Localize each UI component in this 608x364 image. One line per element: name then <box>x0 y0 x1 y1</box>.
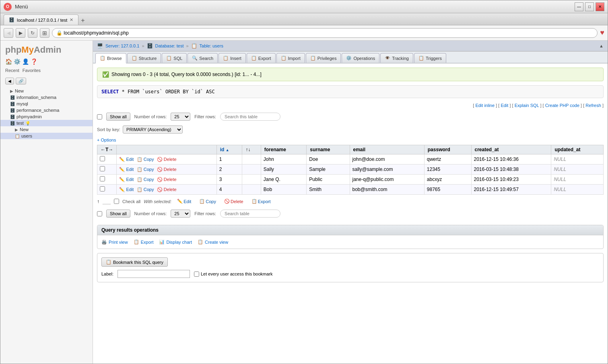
row-delete-button[interactable]: 🚫 Delete <box>157 187 177 192</box>
home-icon[interactable]: 🏠 <box>5 58 12 65</box>
bookmark-checkbox-label[interactable]: Let every user access this bookmark <box>194 271 273 277</box>
options-link[interactable]: + Options <box>97 137 604 145</box>
filter-input-top[interactable] <box>220 113 280 121</box>
row-copy-button[interactable]: 📋 Copy <box>137 187 154 192</box>
rows-select-bottom[interactable]: 25 50 100 <box>171 210 190 218</box>
url-bar[interactable]: 🔒 localhost/phpmyadmin/sql.php <box>52 28 598 38</box>
maximize-button[interactable]: □ <box>585 2 594 11</box>
breadcrumb-server[interactable]: Server: 127.0.0.1 <box>105 43 139 48</box>
bookmark-button[interactable]: 📋 Bookmark this SQL query <box>101 257 168 267</box>
tree-item-performance-schema[interactable]: 🗄️ performance_schema <box>0 107 93 113</box>
th-email[interactable]: email <box>350 145 424 154</box>
row-checkbox-cell[interactable] <box>97 165 117 175</box>
th-password[interactable]: password <box>424 145 471 154</box>
tree-item-users[interactable]: 📋 users <box>0 133 93 139</box>
tab-structure[interactable]: 📋 Structure <box>127 53 161 63</box>
check-all-button[interactable]: Check all <box>122 199 140 204</box>
display-chart-link[interactable]: 📊 Display chart <box>159 239 192 245</box>
breadcrumb-database[interactable]: Database: test <box>155 43 184 48</box>
home-button[interactable]: ⊞ <box>40 28 49 38</box>
tree-item-test[interactable]: 🗄️ test 💡 <box>0 120 93 126</box>
print-view-link[interactable]: 🖨️ Print view <box>101 239 128 245</box>
tree-item-mysql[interactable]: 🗄️ mysql <box>0 101 93 107</box>
row-checkbox[interactable] <box>100 166 105 171</box>
browser-tab[interactable]: 🗄️ localhost / 127.0.0.1 / test ✕ <box>4 14 78 25</box>
selected-edit-button[interactable]: ✏️ Edit <box>175 198 194 205</box>
row-edit-button[interactable]: ✏️ Edit <box>119 177 134 182</box>
back-button[interactable]: ◀ <box>4 28 13 38</box>
selected-export-button[interactable]: 📋 Export <box>249 198 273 205</box>
tab-privileges[interactable]: 📋 Privileges <box>306 53 341 63</box>
bookmark-checkbox[interactable] <box>194 271 199 277</box>
explain-sql-link[interactable]: Explain SQL <box>515 103 539 108</box>
link-button[interactable]: 🔗 <box>16 78 26 84</box>
row-checkbox[interactable] <box>100 156 105 161</box>
tree-item-new[interactable]: ▶ New <box>0 88 93 94</box>
user-icon[interactable]: 👤 <box>22 58 29 65</box>
show-all-checkbox[interactable] <box>97 114 102 119</box>
refresh-link[interactable]: Refresh <box>585 103 601 108</box>
show-all-button-bottom[interactable]: Show all <box>106 210 130 218</box>
th-forename[interactable]: forename <box>261 145 307 154</box>
check-all-checkbox[interactable] <box>114 199 119 204</box>
tab-export[interactable]: 📋 Export <box>247 53 276 63</box>
row-edit-button[interactable]: ✏️ Edit <box>119 187 134 192</box>
show-all-button[interactable]: Show all <box>106 113 130 121</box>
row-copy-button[interactable]: 📋 Copy <box>137 157 154 162</box>
selected-copy-button[interactable]: 📋 Copy <box>197 198 218 205</box>
row-edit-button[interactable]: ✏️ Edit <box>119 167 134 172</box>
th-updated-at[interactable]: updated_at <box>551 145 604 154</box>
minimize-icon[interactable]: ▲ <box>599 43 604 48</box>
row-checkbox-cell[interactable] <box>97 154 117 165</box>
row-delete-button[interactable]: 🚫 Delete <box>157 167 177 172</box>
edit-inline-link[interactable]: Edit inline <box>475 103 495 108</box>
favorites-link[interactable]: Favorites <box>23 68 41 73</box>
minimize-button[interactable]: — <box>575 2 583 11</box>
settings-icon[interactable]: ⚙️ <box>14 58 21 65</box>
tab-browse[interactable]: 📋 Browse <box>95 53 126 64</box>
data-table: ←T→ id ▲ ↑↓ forename surname email passw… <box>97 145 604 195</box>
tree-item-phpmyadmin[interactable]: 🗄️ phpmyadmin <box>0 113 93 120</box>
export-results-link[interactable]: 📋 Export <box>134 239 154 245</box>
collapse-button[interactable]: ◀ <box>5 78 14 84</box>
show-all-checkbox-bottom[interactable] <box>97 211 102 216</box>
th-id[interactable]: id ▲ <box>216 145 242 154</box>
create-php-link[interactable]: Create PHP code <box>545 103 579 108</box>
th-surname[interactable]: surname <box>307 145 350 154</box>
tree-item-new-table[interactable]: ▶ New <box>0 126 93 133</box>
tab-triggers[interactable]: 📋 Triggers <box>414 53 446 63</box>
forward-button[interactable]: ▶ <box>16 28 25 38</box>
bookmark-icon[interactable]: ♥ <box>600 29 604 37</box>
tab-operations[interactable]: ⚙️ Operations <box>342 53 379 63</box>
row-checkbox[interactable] <box>100 186 105 191</box>
row-delete-button[interactable]: 🚫 Delete <box>157 157 177 162</box>
row-copy-button[interactable]: 📋 Copy <box>137 177 154 182</box>
close-button[interactable]: ✕ <box>596 2 604 11</box>
row-copy-button[interactable]: 📋 Copy <box>137 167 154 172</box>
recent-link[interactable]: Recent <box>5 68 19 73</box>
selected-delete-button[interactable]: 🚫 Delete <box>222 198 246 205</box>
tab-search[interactable]: 🔍 Search <box>188 53 218 63</box>
row-edit-button[interactable]: ✏️ Edit <box>119 157 134 162</box>
filter-input-bottom[interactable] <box>220 210 280 218</box>
breadcrumb-table[interactable]: Table: users <box>200 43 223 48</box>
new-tab-button[interactable]: + <box>78 16 87 25</box>
refresh-button[interactable]: ↻ <box>28 28 37 38</box>
bookmark-label-input[interactable] <box>117 270 190 278</box>
tab-close-button[interactable]: ✕ <box>70 17 73 23</box>
row-checkbox-cell[interactable] <box>97 175 117 185</box>
tree-item-information-schema[interactable]: 🗄️ information_schema <box>0 94 93 101</box>
row-checkbox[interactable] <box>100 176 105 181</box>
help-icon[interactable]: ❓ <box>31 58 37 65</box>
th-created-at[interactable]: created_at <box>471 145 551 154</box>
rows-select[interactable]: 25 50 100 <box>171 113 190 121</box>
tab-insert[interactable]: 📋 Insert <box>218 53 246 63</box>
row-checkbox-cell[interactable] <box>97 185 117 195</box>
tab-sql[interactable]: 📋 SQL <box>162 53 187 63</box>
create-view-link[interactable]: 📋 Create view <box>198 239 228 245</box>
sort-select[interactable]: PRIMARY (Ascending) PRIMARY (Descending) <box>123 125 183 134</box>
tab-tracking[interactable]: 👁️ Tracking <box>380 53 413 63</box>
tab-import[interactable]: 📋 Import <box>276 53 305 63</box>
edit-link[interactable]: Edit <box>501 103 508 108</box>
row-delete-button[interactable]: 🚫 Delete <box>157 177 177 182</box>
